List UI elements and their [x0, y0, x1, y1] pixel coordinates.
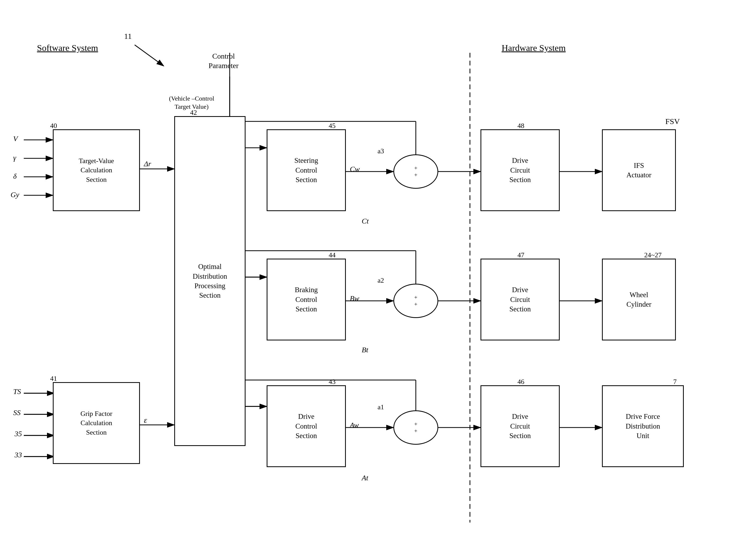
summing-circle-a3: + + — [393, 154, 438, 189]
drive-circuit-top-number: 48 — [517, 122, 524, 130]
bt-label: Bt — [362, 346, 368, 354]
optimal-dist-box: OptimalDistributionProcessingSection — [174, 116, 245, 446]
drive-circuit-bot-number: 46 — [517, 378, 524, 386]
input-gamma: γ — [13, 154, 16, 162]
summing-circle-a2: + + — [393, 284, 438, 318]
input-gy: Gy — [10, 191, 19, 199]
drive-circuit-top-box: DriveCircuitSection — [480, 129, 560, 211]
drive-control-box: DriveControlSection — [266, 385, 346, 467]
a2-label: a2 — [378, 276, 384, 285]
optimal-dist-number: 42 — [190, 109, 197, 117]
drive-circuit-mid-box: DriveCircuitSection — [480, 259, 560, 340]
grip-factor-box: Grip FactorCalculationSection — [53, 382, 140, 464]
control-parameter-label: ControlParameter — [209, 51, 239, 71]
braking-control-number: 44 — [329, 251, 336, 259]
hardware-system-label: Hardware System — [501, 42, 566, 54]
input-ss: SS — [13, 408, 21, 417]
input-35: 35 — [15, 430, 22, 438]
epsilon-label: ε — [144, 416, 147, 425]
input-33: 33 — [15, 451, 22, 459]
aw-label: Aw — [350, 421, 359, 429]
input-delta: δ — [13, 172, 17, 180]
delta-r-label: Δr — [144, 160, 151, 168]
drive-circuit-mid-number: 47 — [517, 251, 524, 259]
steering-control-number: 45 — [329, 122, 336, 130]
drive-control-number: 43 — [329, 378, 336, 386]
target-value-box: Target-ValueCalculationSection — [53, 129, 140, 211]
drive-circuit-bot-box: DriveCircuitSection — [480, 385, 560, 467]
svg-line-3 — [135, 45, 164, 66]
system-number: 11 — [124, 32, 132, 41]
braking-control-box: BrakingControlSection — [266, 259, 346, 340]
a1-label: a1 — [378, 403, 384, 411]
ifs-actuator-box: IFSActuator — [602, 129, 676, 211]
drive-force-dist-number: 7 — [673, 378, 677, 386]
input-v: V — [13, 135, 18, 143]
drive-force-dist-box: Drive ForceDistributionUnit — [602, 385, 684, 467]
wheel-cylinder-box: WheelCylinder — [602, 259, 676, 340]
bw-label: Bw — [350, 294, 359, 303]
at-label: At — [362, 474, 368, 482]
fsv-label: FSV — [665, 116, 680, 127]
grip-factor-number: 41 — [50, 375, 57, 383]
summing-circle-a1: + + — [393, 410, 438, 445]
cw-label: Cw — [350, 165, 360, 173]
wheel-cylinder-number: 24~27 — [644, 251, 662, 259]
input-ts: TS — [13, 387, 21, 396]
a3-label: a3 — [378, 147, 384, 155]
ct-label: Ct — [362, 217, 368, 225]
steering-control-box: SteeringControlSection — [266, 129, 346, 211]
software-system-label: Software System — [37, 42, 98, 54]
target-value-number: 40 — [50, 122, 57, 130]
